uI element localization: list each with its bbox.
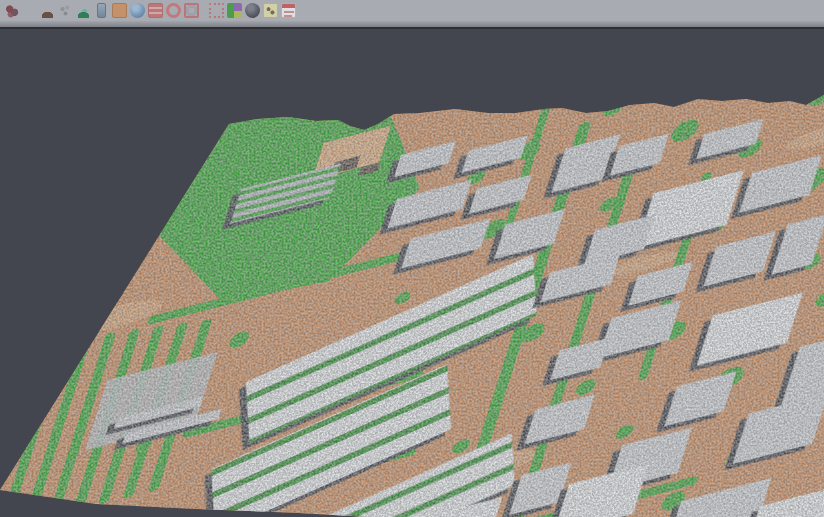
point-cloud-maroon-icon[interactable] xyxy=(4,3,19,18)
terrain-tile xyxy=(0,29,824,517)
dotted-square-icon[interactable] xyxy=(209,3,224,18)
sphere-dark-icon[interactable] xyxy=(245,3,260,18)
circle-target-icon[interactable] xyxy=(166,3,181,18)
sparse-points-icon[interactable] xyxy=(58,3,73,18)
globe-icon[interactable] xyxy=(130,3,145,18)
layers-red-icon[interactable] xyxy=(148,3,163,18)
ortho-square-orange-icon[interactable] xyxy=(112,3,127,18)
map-notes-icon[interactable] xyxy=(263,3,278,18)
viewport-3d[interactable] xyxy=(0,29,824,517)
classification-map-icon[interactable] xyxy=(227,3,242,18)
application-window xyxy=(0,0,824,517)
terrain-green-icon[interactable] xyxy=(76,3,91,18)
noise-overlay-light xyxy=(0,29,824,517)
point-cloud-pair-icon[interactable] xyxy=(22,3,37,18)
report-red-icon[interactable] xyxy=(281,3,296,18)
main-toolbar xyxy=(0,0,824,21)
terrain-brown-icon[interactable] xyxy=(40,3,55,18)
scene-3d-point-cloud xyxy=(0,29,824,517)
selection-brackets-icon[interactable] xyxy=(184,3,199,18)
column-blue-icon[interactable] xyxy=(97,3,106,18)
